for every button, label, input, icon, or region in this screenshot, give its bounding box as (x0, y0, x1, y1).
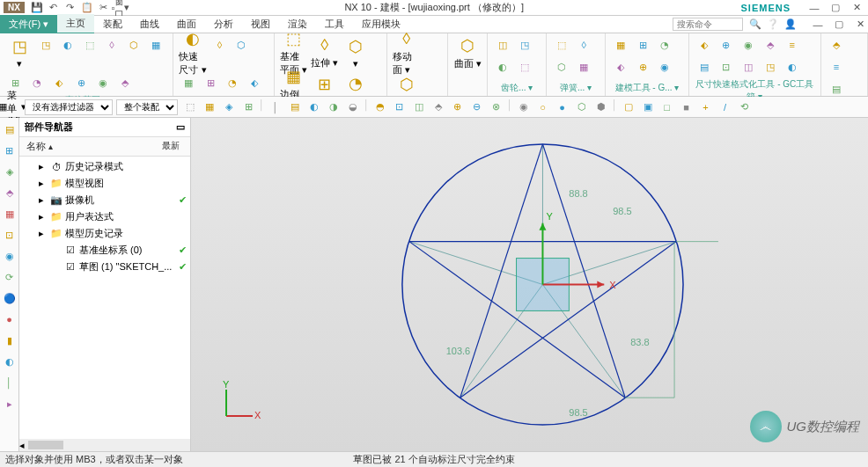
ribbon-tool-0-4[interactable]: ⬡ (124, 35, 143, 55)
tab-tools[interactable]: 工具 (316, 15, 353, 33)
ribbon-tool-0-5[interactable]: ▦ (146, 35, 166, 55)
filter-btn-14[interactable]: ⊖ (468, 99, 486, 115)
ribbon-group-label[interactable]: 建模工具 - G... ▾ (611, 80, 683, 94)
help-icon[interactable]: ❔ (766, 18, 780, 32)
filter-btn-13[interactable]: ⊕ (449, 99, 467, 115)
resource-li-icon[interactable]: │ (2, 375, 18, 390)
minimize-button[interactable]: — (806, 2, 822, 14)
tutorial-icon[interactable]: 👤 (783, 18, 798, 32)
ribbon-tool-7-4[interactable]: ⊕ (633, 57, 652, 77)
ribbon-tool-5-2[interactable]: ◐ (493, 57, 512, 77)
search-go-icon[interactable]: 🔍 (748, 18, 762, 32)
filter-btn-18[interactable]: ● (554, 99, 571, 115)
ribbon-group-label[interactable] (179, 92, 268, 94)
ribbon-tool-0-7[interactable]: ◔ (27, 73, 47, 92)
filter-btn-7[interactable]: ◑ (325, 99, 342, 115)
ribbon-tool-7-3[interactable]: ⬖ (611, 57, 630, 77)
resource-web-icon[interactable]: 🔵 (2, 290, 18, 306)
ribbon-big-dim[interactable]: ◐快速尺寸 ▾ (179, 35, 207, 70)
filter-btn-24[interactable]: ■ (678, 99, 695, 115)
ribbon-tool-6-2[interactable]: ⬡ (552, 57, 571, 77)
filter-btn-5[interactable]: ▤ (286, 99, 304, 115)
ribbon-tool-0-3[interactable]: ◊ (102, 35, 121, 55)
tree-item-1[interactable]: ▸📁模型视图 (19, 175, 190, 192)
ribbon-tool-1-5[interactable]: ⬖ (245, 73, 264, 92)
ribbon-tool-7-5[interactable]: ◉ (655, 57, 674, 77)
ribbon-tool-1-2[interactable]: ▦ (179, 73, 198, 92)
ribbon-tool-5-1[interactable]: ◳ (515, 35, 534, 55)
ribbon-tool-1-1[interactable]: ⬡ (232, 35, 251, 55)
resource-mfg-icon[interactable]: ⊡ (2, 227, 18, 243)
resource-ar-icon[interactable]: ▸ (2, 396, 18, 412)
filter-btn-26[interactable]: / (717, 99, 734, 115)
close-button[interactable]: ✕ (849, 2, 864, 14)
filter-btn-17[interactable]: ○ (534, 99, 552, 115)
col-latest[interactable]: 最新 (155, 137, 190, 156)
filter-btn-16[interactable]: ◉ (515, 99, 533, 115)
filter-select-2[interactable]: 整个装配 (116, 99, 178, 115)
ribbon-tool-0-11[interactable]: ⬘ (115, 73, 135, 92)
tree-item-0[interactable]: ▸⏱历史记录模式 (19, 158, 190, 175)
redo-icon[interactable]: ↷ (63, 1, 77, 15)
ribbon-tool-7-1[interactable]: ⊞ (633, 35, 652, 55)
ribbon-tool-9-2[interactable]: ▤ (827, 79, 846, 99)
doc-close-button[interactable]: ✕ (852, 18, 868, 31)
undo-icon[interactable]: ↶ (47, 1, 61, 15)
ribbon-group-label[interactable] (453, 92, 482, 94)
scroll-left-icon[interactable]: ◂ (19, 440, 25, 451)
filter-btn-2[interactable]: ◈ (220, 99, 238, 115)
filter-btn-1[interactable]: ▦ (201, 99, 218, 115)
filter-btn-27[interactable]: ⟲ (736, 99, 754, 115)
filter-btn-6[interactable]: ◐ (305, 99, 323, 115)
ribbon-big-surf[interactable]: ⬡曲面 ▾ (453, 35, 482, 70)
scroll-thumb[interactable] (28, 441, 63, 449)
tree-item-2[interactable]: ▸📷摄像机✔ (19, 192, 190, 208)
filter-btn-21[interactable]: ▢ (620, 99, 637, 115)
ribbon-tool-0-8[interactable]: ⬖ (49, 73, 69, 92)
ribbon-tool-5-0[interactable]: ◫ (493, 35, 512, 55)
restore-button[interactable]: ▢ (828, 2, 843, 14)
file-menu[interactable]: 文件(F) ▾ (0, 15, 57, 33)
ribbon-big-ext[interactable]: ◊拉伸 ▾ (311, 35, 339, 70)
graphics-viewport[interactable]: X Y 98.5 103.6 83.8 88.8 98.5 (191, 118, 868, 451)
ribbon-tool-1-4[interactable]: ◔ (223, 73, 242, 92)
filter-btn-8[interactable]: ◒ (344, 99, 362, 115)
tree-expand-icon[interactable]: ▸ (35, 161, 48, 172)
tree-expand-icon[interactable]: ▸ (35, 194, 48, 206)
filter-btn-11[interactable]: ◫ (410, 99, 428, 115)
ribbon-tool-8-6[interactable]: ⊡ (717, 57, 736, 77)
h-scrollbar[interactable]: ◂ (19, 439, 190, 451)
filter-btn-25[interactable]: + (697, 99, 715, 115)
ribbon-tool-8-7[interactable]: ◫ (739, 57, 758, 77)
filter-btn-9[interactable]: ◓ (371, 99, 389, 115)
tree-item-4[interactable]: ▸📁模型历史记录 (19, 225, 190, 242)
ribbon-tool-0-10[interactable]: ◉ (93, 73, 113, 92)
ribbon-group-label[interactable]: 齿轮... ▾ (493, 80, 541, 94)
resource-asm-icon[interactable]: ⊞ (2, 142, 18, 158)
tree-item-5[interactable]: ☑基准坐标系 (0)✔ (19, 242, 190, 259)
resource-hist-icon[interactable]: ⟳ (2, 269, 18, 285)
filter-btn-19[interactable]: ⬡ (573, 99, 591, 115)
menu-button[interactable]: ▦ 菜单(M) ▾ (4, 99, 21, 115)
pin-icon[interactable]: ▭ (176, 121, 185, 133)
resource-lay-icon[interactable]: ⬘ (2, 185, 18, 201)
ribbon-big-datum[interactable]: ⬚基准平面 ▾ (280, 35, 308, 70)
resource-me-icon[interactable]: ◐ (2, 354, 18, 369)
ribbon-tool-8-4[interactable]: ≡ (783, 35, 802, 55)
filter-btn-20[interactable]: ⬢ (592, 99, 610, 115)
tab-application[interactable]: 应用模块 (353, 15, 409, 33)
tab-home[interactable]: 主页 (57, 14, 94, 34)
filter-btn-10[interactable]: ⊡ (391, 99, 408, 115)
resource-rec-icon[interactable]: ● (2, 311, 18, 327)
ribbon-big-hole[interactable]: ⬡ ▾ (342, 35, 370, 70)
ribbon-tool-9-1[interactable]: ≡ (827, 57, 846, 77)
resource-con-icon[interactable]: ◈ (2, 164, 18, 179)
tree-expand-icon[interactable]: ▸ (35, 228, 48, 239)
ribbon-tool-8-3[interactable]: ⬘ (761, 35, 780, 55)
tree-expand-icon[interactable]: ▸ (35, 211, 48, 223)
ribbon-big-sketch[interactable]: ◳ ▾ (5, 35, 33, 70)
ribbon-tool-7-2[interactable]: ◔ (655, 35, 674, 55)
col-name[interactable]: 名称 ▴ (19, 137, 155, 156)
resource-nav-icon[interactable]: ▤ (2, 121, 18, 137)
resource-sim-icon[interactable]: ▦ (2, 206, 18, 222)
